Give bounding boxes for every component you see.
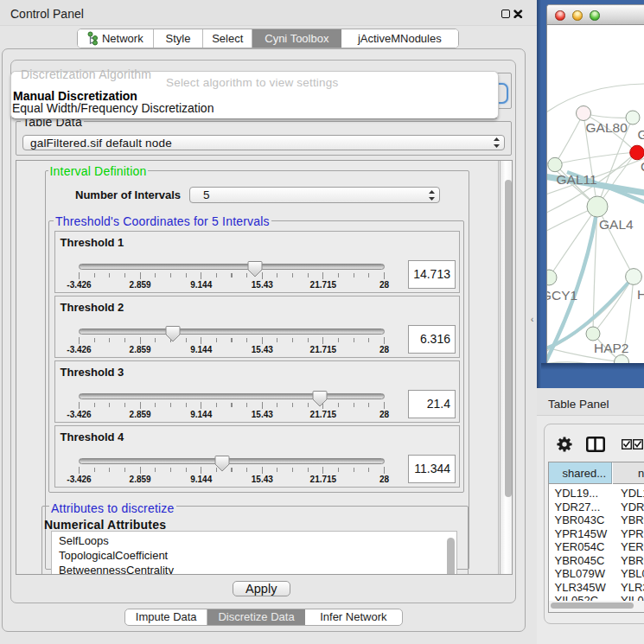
svg-text:GAL80: GAL80	[586, 120, 628, 135]
svg-text:H: H	[637, 287, 644, 302]
svg-text:C: C	[641, 159, 644, 174]
svg-text:HAP2: HAP2	[594, 341, 629, 355]
svg-text:GAL11: GAL11	[557, 172, 597, 187]
svg-text:GA: GA	[638, 127, 644, 142]
svg-text:GAL4: GAL4	[599, 217, 634, 232]
svg-text:GCY1: GCY1	[547, 288, 577, 303]
